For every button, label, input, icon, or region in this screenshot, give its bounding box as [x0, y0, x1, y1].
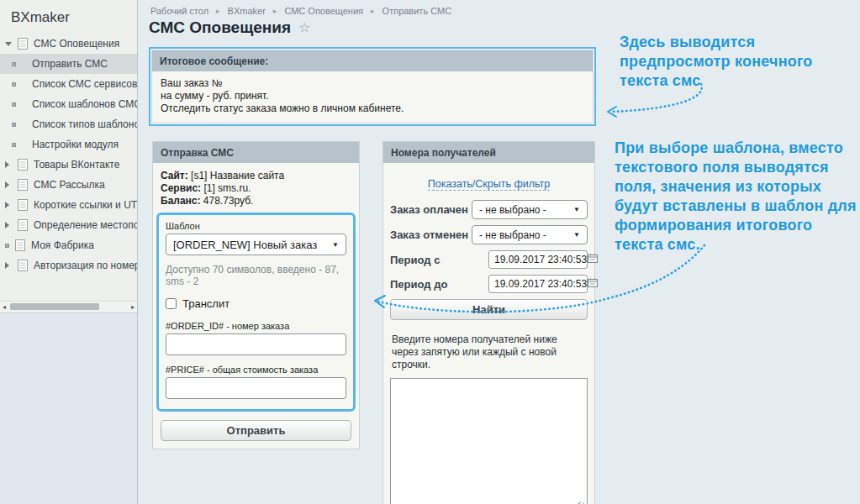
template-highlight-box: Шаблон [ORDER_NEW] Новый заказ ▼ Доступн…	[156, 213, 356, 412]
filter-row-order-canceled: Заказ отменен - не выбрано - ▼	[390, 225, 588, 244]
filter-row-period-from: Период с 19.09.2017 23:40:53	[390, 250, 588, 269]
info-value: [s1] Название сайта	[191, 170, 284, 181]
chevron-collapsed-icon[interactable]	[5, 262, 9, 269]
send-sms-panel: Отправка СМС Сайт: [s1] Название сайта С…	[152, 141, 360, 449]
translit-label: Транслит	[182, 297, 230, 310]
price-label: #PRICE# - общая стоимость заказа	[166, 365, 346, 375]
sidebar-item-sms-templates[interactable]: Список шаблонов СМС	[0, 94, 137, 114]
scrollbar-track[interactable]	[8, 302, 129, 312]
filter-row-period-to: Период до 19.09.2017 23:40:53	[390, 275, 588, 293]
breadcrumb-send-sms: Отправить СМС	[383, 6, 452, 16]
scroll-right-icon[interactable]: ▸	[129, 301, 137, 313]
document-icon	[18, 179, 28, 191]
translit-checkbox[interactable]	[166, 298, 177, 309]
chevron-down-icon: ▼	[573, 231, 580, 239]
info-label: Сайт:	[161, 170, 188, 181]
document-icon	[18, 199, 28, 211]
app-logo: BXmaker	[0, 0, 137, 34]
breadcrumb: Рабочий стол ▸ BXmaker ▸ СМС Оповещения …	[150, 6, 451, 16]
scrollbar-thumb[interactable]	[10, 303, 99, 310]
sidebar-item-label: Список шаблонов СМС	[32, 98, 137, 110]
bxmaker-admin-page: BXmaker СМС Оповещения Отправить СМС Спи…	[0, 0, 860, 504]
calendar-icon[interactable]	[587, 252, 599, 267]
sidebar-item-send-sms[interactable]: Отправить СМС	[0, 54, 137, 74]
recipients-textarea[interactable]	[390, 378, 588, 504]
sidebar-item-short-links[interactable]: Короткие ссылки и UTM метки	[0, 195, 137, 215]
annotation-template-note: При выборе шаблона, вместо текстового по…	[615, 139, 860, 255]
bullet-icon	[12, 123, 16, 127]
sidebar-item-label: Список СМС сервисов	[32, 78, 137, 90]
title-row: СМС Оповещения ☆	[149, 18, 310, 37]
chars-hint: Доступно 70 символов, введено - 87, sms …	[166, 264, 346, 287]
scroll-left-icon[interactable]: ◂	[0, 301, 8, 313]
info-value: 478.73руб.	[203, 195, 254, 207]
bullet-icon	[12, 82, 16, 87]
document-icon	[18, 260, 28, 271]
favorite-star-icon[interactable]: ☆	[298, 21, 310, 34]
sidebar-empty-area	[0, 313, 137, 504]
breadcrumb-separator-icon: ▸	[273, 7, 277, 15]
filter-label: Заказ отменен	[390, 228, 468, 241]
select-value: - не выбрано -	[479, 204, 546, 216]
sidebar-item-sms-services[interactable]: Список СМС сервисов	[0, 74, 137, 94]
preview-line: Отследить статус заказа можно в личном к…	[161, 102, 584, 115]
chevron-down-icon: ▼	[573, 206, 580, 213]
breadcrumb-desktop[interactable]: Рабочий стол	[150, 6, 208, 16]
sidebar-item-my-fabrika[interactable]: Моя Фабрика	[0, 235, 137, 255]
filter-row-order-paid: Заказ оплачен - не выбрано - ▼	[390, 200, 588, 219]
sidebar-item-phone-auth[interactable]: Авторизация по номеру телефона	[0, 255, 137, 276]
date-value: 19.09.2017 23:40:53	[494, 254, 587, 265]
info-value: [1] sms.ru.	[203, 182, 251, 194]
filter-label: Заказ оплачен	[390, 203, 468, 216]
sidebar-item-vk-goods[interactable]: Товары ВКонтакте	[0, 155, 137, 175]
bullet-icon	[12, 102, 16, 107]
order-canceled-select[interactable]: - не выбрано - ▼	[472, 225, 588, 244]
sidebar-item-module-settings[interactable]: Настройки модуля	[0, 134, 137, 155]
toggle-filter-link[interactable]: Показать/Скрыть фильтр	[428, 178, 551, 191]
calendar-icon[interactable]	[587, 276, 599, 291]
info-label: Баланс:	[161, 195, 201, 207]
sidebar-item-sms-notifications[interactable]: СМС Оповещения	[0, 34, 137, 54]
balance-info: Баланс: 478.73руб.	[161, 195, 351, 207]
chevron-expanded-icon[interactable]	[5, 42, 12, 46]
chevron-collapsed-icon[interactable]	[5, 222, 9, 228]
annotation-preview-note: Здесь выводится предпросмотр конечного т…	[620, 33, 820, 91]
sidebar-item-geolocation[interactable]: Определение местоположения	[0, 215, 137, 235]
order-id-label: #ORDER_ID# - номер заказа	[166, 321, 346, 331]
sidebar-item-label: СМС Рассылка	[34, 179, 105, 191]
document-icon	[15, 239, 25, 251]
recipients-panel: Номера получателей Показать/Скрыть фильт…	[383, 141, 595, 504]
template-select-value: [ORDER_NEW] Новый заказ	[173, 239, 317, 251]
sidebar-menu: СМС Оповещения Отправить СМС Список СМС …	[0, 34, 137, 276]
page-title: СМС Оповещения	[149, 18, 291, 37]
recipients-hint: Введите номера получателей ниже через за…	[392, 333, 586, 371]
order-id-input[interactable]	[166, 333, 346, 355]
final-message-panel: Итоговое сообщение: Ваш заказ № на сумму…	[151, 50, 594, 123]
sidebar-item-label: Товары ВКонтакте	[34, 159, 119, 171]
price-input[interactable]	[166, 377, 346, 399]
filter-label: Период с	[390, 254, 440, 266]
bullet-icon	[12, 62, 16, 66]
chevron-collapsed-icon[interactable]	[5, 161, 9, 168]
sidebar-horizontal-scrollbar[interactable]: ◂ ▸	[0, 301, 137, 313]
bullet-icon	[5, 244, 9, 248]
chevron-down-icon: ▼	[332, 241, 339, 249]
send-button[interactable]: Отправить	[161, 420, 351, 441]
final-message-preview: Ваш заказ № на сумму - руб. принят. Отсл…	[152, 71, 593, 123]
panel-header: Номера получателей	[383, 142, 594, 163]
find-button[interactable]: Найти	[390, 299, 588, 320]
sidebar-item-template-types[interactable]: Список типов шаблонов СМС	[0, 114, 137, 134]
chevron-collapsed-icon[interactable]	[5, 202, 9, 208]
document-icon	[18, 159, 28, 171]
sidebar-item-sms-mailing[interactable]: СМС Рассылка	[0, 175, 137, 195]
period-to-input[interactable]: 19.09.2017 23:40:53	[488, 275, 588, 293]
sidebar-item-label: Моя Фабрика	[31, 239, 94, 251]
chevron-collapsed-icon[interactable]	[5, 181, 9, 188]
period-from-input[interactable]: 19.09.2017 23:40:53	[488, 250, 588, 269]
template-select[interactable]: [ORDER_NEW] Новый заказ ▼	[166, 234, 346, 255]
select-value: - не выбрано -	[479, 229, 546, 241]
breadcrumb-bxmaker[interactable]: BXmaker	[228, 6, 266, 16]
date-value: 19.09.2017 23:40:53	[494, 278, 587, 290]
breadcrumb-sms-notifications[interactable]: СМС Оповещения	[284, 6, 363, 16]
order-paid-select[interactable]: - не выбрано - ▼	[472, 200, 588, 219]
